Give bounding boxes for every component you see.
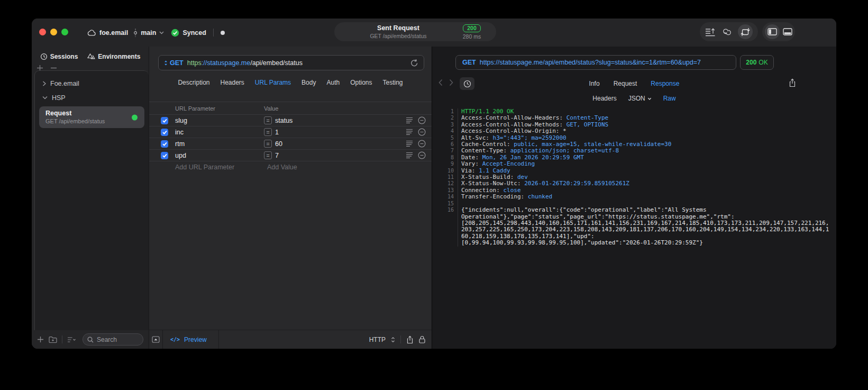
chevron-down-icon[interactable] [159, 31, 164, 34]
resend-request-icon[interactable] [410, 59, 418, 67]
param-options-icon[interactable] [406, 140, 413, 147]
view-options-icon[interactable] [67, 337, 77, 343]
minimize-window-button[interactable] [50, 29, 57, 35]
footer-divider [400, 335, 401, 343]
sync-status[interactable]: Synced [182, 29, 206, 37]
response-line: 14Transfer-Encoding: chunked [432, 194, 836, 200]
line-number: 9 [432, 161, 458, 167]
new-folder-icon[interactable] [49, 336, 57, 343]
response-subtab-json[interactable]: JSON [628, 95, 652, 102]
request-tab-headers[interactable]: Headers [220, 79, 244, 86]
add-url-parameter-field[interactable]: Add URL Parameter [175, 164, 267, 171]
param-options-icon[interactable] [406, 129, 413, 135]
param-value-field[interactable]: 7 [275, 152, 406, 159]
param-value-field[interactable]: 1 [275, 129, 406, 136]
param-type-selector[interactable]: = [264, 151, 272, 159]
flow-icon[interactable] [721, 28, 733, 37]
remove-param-icon[interactable] [418, 140, 426, 148]
branch-name[interactable]: main [141, 29, 156, 37]
response-tab-request[interactable]: Request [614, 80, 637, 87]
request-tab-url-params[interactable]: URL Params [255, 79, 291, 86]
protocol-selector-icon[interactable] [391, 337, 395, 343]
line-number: 3 [432, 122, 458, 128]
preview-button[interactable]: </> Preview [163, 330, 219, 349]
request-method[interactable]: GET [170, 59, 184, 67]
new-request-icon[interactable] [37, 336, 44, 343]
params-add-row[interactable]: Add URL Parameter Add Value [149, 161, 432, 173]
sort-requests-icon[interactable] [705, 28, 716, 37]
request-tab-auth[interactable]: Auth [326, 79, 340, 86]
pill-main: Sent Request GET /api/embed/status [334, 24, 452, 39]
response-tab-info[interactable]: Info [589, 80, 600, 87]
request-tabs: DescriptionHeadersURL ParamsBodyAuthOpti… [149, 77, 432, 88]
request-status-pill[interactable]: Sent Request GET /api/embed/status 200 2… [334, 22, 496, 41]
sync-check-icon [171, 29, 179, 37]
request-tab-testing[interactable]: Testing [383, 79, 403, 86]
param-checkbox[interactable] [161, 117, 168, 124]
share-icon[interactable] [406, 335, 414, 344]
remove-param-icon[interactable] [418, 116, 426, 124]
response-subtab-headers[interactable]: Headers [592, 95, 616, 102]
sent-request-url[interactable]: GET https://statuspage.me/api/embed/stat… [455, 55, 736, 70]
response-tab-response[interactable]: Response [651, 80, 679, 87]
param-row-rtm: rtm=60 [149, 138, 432, 150]
tab-environments-label: Environments [98, 53, 140, 60]
param-value-field[interactable]: 60 [275, 140, 406, 148]
tree-group-hsp[interactable]: HSP [35, 90, 149, 105]
param-type-selector[interactable]: = [264, 140, 272, 148]
line-number [432, 220, 458, 226]
toggle-bottom-panel-icon[interactable] [783, 28, 792, 35]
response-status-code: 200 [746, 59, 756, 66]
app-window: foe.email main Synced Sent Request [32, 19, 836, 349]
param-checkbox[interactable] [161, 152, 168, 159]
zoom-window-button[interactable] [61, 29, 68, 35]
search-input[interactable]: Search [83, 333, 143, 346]
lock-icon[interactable] [419, 335, 425, 343]
response-body[interactable]: 1HTTP/1.1 200 OK2Access-Control-Allow-He… [432, 107, 836, 349]
tab-environments[interactable]: Environments [87, 53, 140, 60]
response-subtab-raw[interactable]: Raw [663, 95, 676, 102]
request-tab-description[interactable]: Description [178, 79, 209, 86]
export-response-icon[interactable] [789, 78, 796, 87]
response-subtabs: HeadersJSONRaw [432, 93, 836, 104]
line-number: 8 [432, 155, 458, 161]
request-editor: GET https://statuspage.me/api/embed/stat… [149, 47, 432, 349]
line-number: 7 [432, 148, 458, 154]
param-type-selector[interactable]: = [264, 116, 272, 124]
param-checkbox[interactable] [161, 129, 168, 136]
toolbar-actions-group [700, 22, 758, 41]
request-url-bar[interactable]: GET https://statuspage.me/api/embed/stat… [158, 55, 424, 70]
param-options-icon[interactable] [406, 152, 413, 159]
request-tab-body[interactable]: Body [301, 79, 316, 86]
tab-sessions[interactable]: Sessions [40, 53, 78, 60]
remove-param-icon[interactable] [418, 128, 426, 136]
search-placeholder: Search [97, 336, 117, 343]
param-type-selector[interactable]: = [264, 128, 272, 136]
unsaved-dot-icon [221, 31, 225, 35]
param-name-field[interactable]: rtm [175, 140, 264, 148]
close-window-button[interactable] [39, 29, 46, 35]
request-tab-options[interactable]: Options [350, 79, 372, 86]
send-receive-icon[interactable] [738, 24, 753, 39]
param-options-icon[interactable] [406, 117, 413, 124]
screen: foe.email main Synced Sent Request [0, 0, 868, 390]
param-checkbox[interactable] [161, 140, 168, 148]
param-name-field[interactable]: slug [175, 117, 264, 124]
project-name[interactable]: foe.email [99, 29, 128, 37]
method-selector-icon[interactable] [164, 60, 168, 66]
param-value-field[interactable]: status [275, 117, 406, 124]
tree-group-foe-email[interactable]: Foe.email [35, 76, 149, 90]
footer-divider [62, 335, 62, 343]
sidebar-tabs: Sessions Environments [32, 50, 149, 64]
param-name-field[interactable]: upd [175, 152, 264, 159]
request-list-item[interactable]: Request GET /api/embed/status [39, 106, 144, 128]
add-value-field[interactable]: Add Value [267, 164, 297, 171]
sent-method: GET [462, 59, 476, 66]
param-name-field[interactable]: inc [175, 129, 264, 136]
collapse-panel-button[interactable] [149, 330, 163, 349]
remove-param-icon[interactable] [418, 151, 426, 159]
protocol-select[interactable]: HTTP [369, 336, 386, 343]
line-number [432, 214, 458, 220]
toggle-sidebar-icon[interactable] [765, 24, 780, 39]
params-header-row: URL Parameter Value [149, 102, 432, 115]
